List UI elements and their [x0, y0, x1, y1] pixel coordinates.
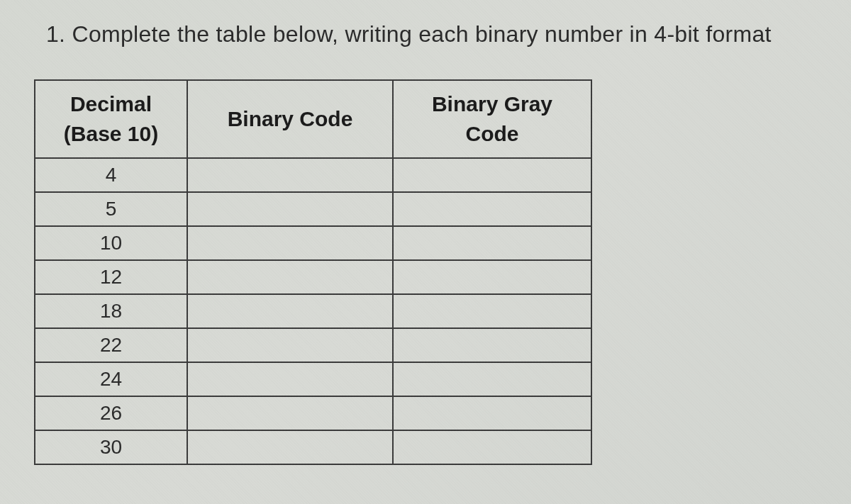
worksheet-page: 1. Complete the table below, writing eac…	[0, 0, 851, 504]
cell-gray[interactable]	[393, 294, 591, 328]
table-row: 12	[35, 260, 591, 294]
cell-binary[interactable]	[187, 430, 393, 464]
table-container: Decimal (Base 10) Binary Code Binary Gra…	[28, 79, 823, 465]
header-binary-text: Binary Code	[228, 107, 353, 130]
header-decimal-line1: Decimal	[50, 89, 172, 119]
header-gray-line1: Binary Gray	[408, 89, 577, 119]
question-text: Complete the table below, writing each b…	[72, 21, 772, 47]
cell-decimal: 18	[35, 294, 187, 328]
header-gray: Binary Gray Code	[393, 80, 591, 158]
cell-gray[interactable]	[393, 192, 591, 226]
table-row: 26	[35, 396, 591, 430]
header-decimal-line2: (Base 10)	[50, 119, 172, 149]
table-row: 22	[35, 328, 591, 362]
cell-binary[interactable]	[187, 396, 393, 430]
table-header-row: Decimal (Base 10) Binary Code Binary Gra…	[35, 80, 591, 158]
cell-binary[interactable]	[187, 226, 393, 260]
cell-binary[interactable]	[187, 192, 393, 226]
cell-gray[interactable]	[393, 226, 591, 260]
table-row: 24	[35, 362, 591, 396]
cell-decimal: 12	[35, 260, 187, 294]
cell-binary[interactable]	[187, 158, 393, 192]
header-binary: Binary Code	[187, 80, 393, 158]
cell-gray[interactable]	[393, 362, 591, 396]
cell-gray[interactable]	[393, 430, 591, 464]
cell-binary[interactable]	[187, 294, 393, 328]
table-row: 5	[35, 192, 591, 226]
table-row: 18	[35, 294, 591, 328]
table-row: 4	[35, 158, 591, 192]
cell-decimal: 30	[35, 430, 187, 464]
question-number: 1.	[46, 21, 65, 47]
header-decimal: Decimal (Base 10)	[35, 80, 187, 158]
conversion-table: Decimal (Base 10) Binary Code Binary Gra…	[34, 79, 592, 465]
cell-decimal: 26	[35, 396, 187, 430]
cell-gray[interactable]	[393, 158, 591, 192]
table-body: 4 5 10 12	[35, 158, 591, 464]
cell-gray[interactable]	[393, 260, 591, 294]
cell-decimal: 10	[35, 226, 187, 260]
question-prompt: 1. Complete the table below, writing eac…	[28, 21, 823, 47]
cell-binary[interactable]	[187, 328, 393, 362]
cell-gray[interactable]	[393, 328, 591, 362]
cell-binary[interactable]	[187, 362, 393, 396]
header-gray-line2: Code	[408, 119, 577, 149]
cell-decimal: 5	[35, 192, 187, 226]
table-row: 30	[35, 430, 591, 464]
cell-gray[interactable]	[393, 396, 591, 430]
cell-decimal: 4	[35, 158, 187, 192]
cell-decimal: 22	[35, 328, 187, 362]
cell-decimal: 24	[35, 362, 187, 396]
table-row: 10	[35, 226, 591, 260]
cell-binary[interactable]	[187, 260, 393, 294]
